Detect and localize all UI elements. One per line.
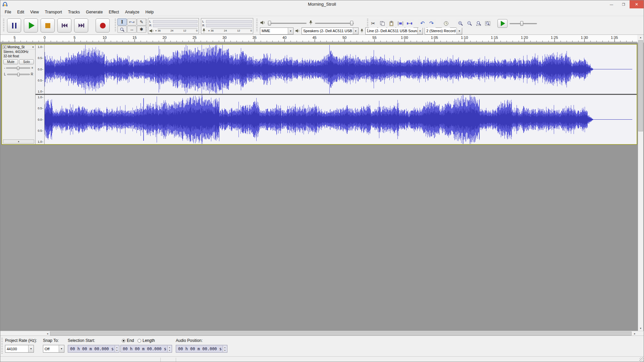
- left-channel: 1.00.50.00.51.0: [36, 45, 637, 94]
- menu-item[interactable]: Edit: [14, 9, 27, 15]
- fit-selection-button[interactable]: [474, 19, 483, 28]
- selection-end-field[interactable]: 00 h 00 m 00.000 s ▲▼: [120, 345, 172, 353]
- pause-button[interactable]: [7, 18, 21, 33]
- spin-up-icon[interactable]: ▲: [168, 346, 171, 349]
- copy-button[interactable]: [378, 19, 387, 28]
- horizontal-scrollbar-thumb[interactable]: [50, 331, 632, 336]
- multi-tool-button[interactable]: ✱: [137, 26, 146, 33]
- fit-project-button[interactable]: [483, 19, 492, 28]
- timeline-ruler[interactable]: 505101520253035404550551:001:051:101:151…: [0, 35, 637, 42]
- toolbar-grip[interactable]: [146, 19, 147, 32]
- spin-up-icon[interactable]: ▲: [223, 346, 227, 349]
- scroll-right-button[interactable]: ►: [632, 331, 637, 336]
- db-scale-label: 24: [170, 29, 173, 32]
- scroll-down-button[interactable]: ▼: [638, 326, 643, 331]
- input-volume-slider[interactable]: [315, 20, 354, 26]
- mute-button[interactable]: Mute: [3, 59, 18, 64]
- selection-tool-button[interactable]: I: [117, 18, 127, 25]
- output-volume-slider[interactable]: [268, 20, 307, 26]
- envelope-tool-button[interactable]: [127, 18, 137, 25]
- redo-button[interactable]: ↷: [427, 19, 436, 28]
- recording-channels-select[interactable]: 2 (Stereo) Record ▼: [425, 27, 462, 35]
- waveform-left[interactable]: [45, 45, 637, 94]
- close-button[interactable]: ✕: [630, 0, 644, 8]
- menu-item[interactable]: Analyze: [122, 9, 143, 15]
- vertical-scrollbar[interactable]: ▲ ▼: [638, 35, 643, 331]
- spin-down-icon[interactable]: ▼: [223, 349, 227, 352]
- snap-to-select[interactable]: Off ▼: [43, 345, 64, 353]
- toolbar-grip[interactable]: [115, 19, 116, 32]
- minimize-button[interactable]: —: [605, 0, 618, 8]
- time-shift-tool-button[interactable]: ↔: [127, 26, 137, 33]
- stop-button[interactable]: [41, 18, 55, 33]
- track-name[interactable]: Morning_St: [7, 45, 32, 49]
- track-menu-dropdown[interactable]: ▼: [32, 46, 35, 48]
- toolbar-grip[interactable]: [1, 338, 3, 354]
- meter-channel-label: L: [149, 20, 152, 23]
- recording-device-select[interactable]: Line (2- Dell AC511 USB Sound ▼: [365, 27, 423, 35]
- toolbar-grip[interactable]: [256, 19, 258, 32]
- selection-start-field[interactable]: 00 h 00 m 00.000 s ▲▼: [68, 345, 119, 353]
- resize-grip[interactable]: [639, 357, 644, 362]
- gain-slider[interactable]: - +: [2, 65, 35, 71]
- playback-meter[interactable]: L R ▼ 3624120: [148, 18, 199, 34]
- cut-button[interactable]: ✂: [369, 19, 378, 28]
- skip-to-start-button[interactable]: [57, 18, 71, 33]
- project-rate-select[interactable]: 44100 ▼: [5, 345, 34, 353]
- record-button[interactable]: [96, 18, 110, 33]
- meter-dropdown-arrow[interactable]: ▼: [155, 30, 157, 32]
- vertical-scale-left[interactable]: 1.00.50.00.51.0: [36, 45, 45, 94]
- ruler-tick: [548, 41, 549, 42]
- vertical-scale-right[interactable]: 1.00.50.00.51.0: [36, 95, 45, 144]
- spin-down-icon[interactable]: ▼: [115, 349, 119, 352]
- menu-item[interactable]: Generate: [83, 9, 106, 15]
- gain-slider-thumb[interactable]: [17, 66, 19, 70]
- play-at-speed-button[interactable]: [497, 19, 507, 28]
- paste-button[interactable]: [387, 19, 396, 28]
- audio-position-field[interactable]: 00 h 00 m 00.000 s ▲▼: [176, 345, 227, 353]
- recording-meter[interactable]: L R ▼ 3624120: [201, 18, 253, 34]
- menu-item[interactable]: Help: [143, 9, 157, 15]
- db-scale-label: 24: [224, 29, 227, 32]
- silence-audio-button[interactable]: [405, 19, 414, 28]
- output-volume-thumb[interactable]: [268, 21, 271, 25]
- skip-to-end-button[interactable]: [74, 18, 88, 33]
- track-collapse-button[interactable]: ▲: [3, 139, 34, 143]
- vertical-scrollbar-thumb[interactable]: [638, 40, 643, 131]
- zoom-in-button[interactable]: [456, 19, 465, 28]
- draw-tool-button[interactable]: ✎: [137, 18, 146, 25]
- track-close-button[interactable]: ✕: [3, 45, 6, 49]
- ruler-tick: [542, 41, 543, 42]
- play-button[interactable]: [24, 18, 38, 33]
- input-volume-thumb[interactable]: [350, 21, 353, 25]
- play-speed-thumb[interactable]: [520, 21, 523, 26]
- zoom-out-button[interactable]: [465, 19, 474, 28]
- zoom-tool-button[interactable]: [117, 26, 127, 33]
- menu-item[interactable]: Tracks: [65, 9, 83, 15]
- waveform-right[interactable]: [45, 95, 637, 144]
- undo-button[interactable]: ↶: [418, 19, 427, 28]
- playback-device-select[interactable]: Speakers (2- Dell AC511 USB S ▼: [302, 27, 359, 35]
- audio-host-select[interactable]: MME ▼: [260, 27, 293, 35]
- spin-down-icon[interactable]: ▼: [168, 349, 171, 352]
- pan-slider[interactable]: L R: [2, 71, 35, 77]
- horizontal-scrollbar[interactable]: ◄ ►: [0, 331, 644, 336]
- restore-button[interactable]: ❐: [618, 0, 630, 8]
- menu-item[interactable]: File: [2, 9, 14, 15]
- trim-audio-button[interactable]: [396, 19, 405, 28]
- scroll-left-button[interactable]: ◄: [45, 331, 50, 336]
- spin-up-icon[interactable]: ▲: [115, 346, 119, 349]
- sync-lock-button[interactable]: [441, 19, 450, 28]
- solo-button[interactable]: Solo: [19, 59, 34, 64]
- meter-dropdown-arrow[interactable]: ▼: [208, 30, 210, 32]
- end-radio[interactable]: End: [122, 338, 134, 343]
- menu-item[interactable]: Transport: [42, 9, 65, 15]
- length-radio[interactable]: Length: [138, 338, 155, 343]
- scroll-up-button[interactable]: ▲: [638, 35, 643, 40]
- toolbar-grip[interactable]: [367, 19, 368, 32]
- menu-item[interactable]: Effect: [106, 9, 122, 15]
- play-speed-slider[interactable]: [509, 20, 537, 26]
- toolbar-grip[interactable]: [3, 19, 4, 32]
- pan-slider-thumb[interactable]: [17, 73, 19, 76]
- menu-item[interactable]: View: [27, 9, 42, 15]
